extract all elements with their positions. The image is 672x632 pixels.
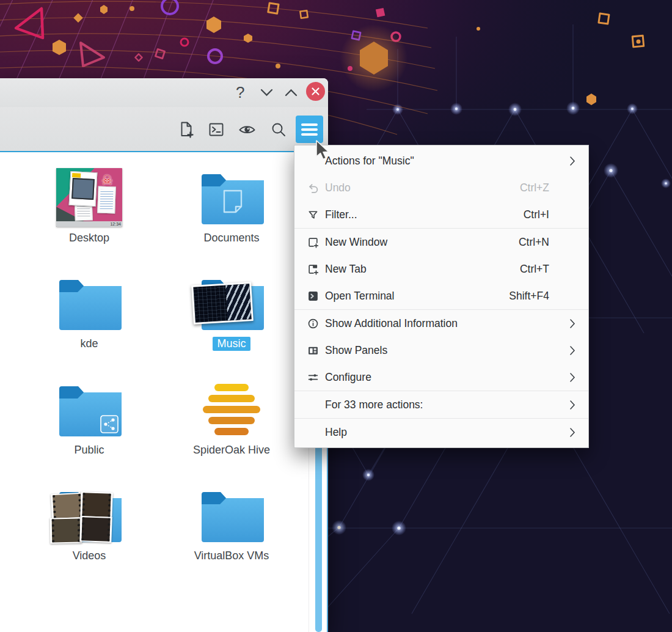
menu-item-show-additional-information[interactable]: Show Additional Information xyxy=(294,310,588,337)
new-window-icon xyxy=(306,235,320,249)
open-terminal-button[interactable] xyxy=(207,120,225,139)
menu-item-label: New Window xyxy=(325,236,519,249)
menu-item-show-panels[interactable]: Show Panels xyxy=(294,337,588,364)
create-new-button[interactable] xyxy=(177,120,195,139)
menu-item-label: Actions for "Music" xyxy=(325,155,567,167)
submenu-chevron-icon xyxy=(567,427,575,438)
panels-icon xyxy=(306,344,320,357)
menu-item-label: Undo xyxy=(325,182,520,194)
menu-item-label: Filter... xyxy=(325,208,524,221)
menu-item-shortcut: Ctrl+N xyxy=(519,236,549,249)
new-tab-icon xyxy=(306,262,320,276)
menu-item-filter[interactable]: Filter... Ctrl+I xyxy=(294,201,588,228)
menu-item-label: Show Additional Information xyxy=(325,317,567,330)
close-button[interactable] xyxy=(306,82,325,101)
menu-item-actions-for-music[interactable]: Actions for "Music" xyxy=(294,147,588,174)
open-terminal-icon xyxy=(207,120,225,139)
note-paper xyxy=(97,186,116,214)
submenu-chevron-icon xyxy=(567,318,575,329)
skull-sticker: ☠ xyxy=(101,173,113,188)
menu-item-undo[interactable]: Undo Ctrl+Z xyxy=(294,174,588,201)
menu-item-shortcut: Ctrl+Z xyxy=(520,182,549,194)
info-icon xyxy=(306,317,320,330)
file-name: kde xyxy=(76,337,102,351)
menu-item-shortcut: Ctrl+T xyxy=(520,263,549,276)
folder-icon xyxy=(197,486,266,545)
filter-icon xyxy=(306,208,320,221)
preview-eye-icon xyxy=(238,120,257,139)
folder-share-icon xyxy=(54,380,124,439)
spideroak-hive-icon xyxy=(198,380,265,439)
file-tile-kde[interactable]: kde xyxy=(34,268,144,351)
search-button[interactable] xyxy=(269,120,288,139)
filmstrip-photo xyxy=(69,171,98,207)
folder-documents-icon xyxy=(197,168,266,227)
toolbar xyxy=(0,107,328,151)
submenu-chevron-icon xyxy=(567,372,575,383)
menu-item-label: Show Panels xyxy=(325,344,567,357)
mouse-cursor xyxy=(315,140,332,163)
preview-button[interactable] xyxy=(238,120,257,139)
menu-item-label: New Tab xyxy=(325,263,520,276)
close-icon xyxy=(311,87,320,96)
help-button[interactable]: ? xyxy=(236,83,244,101)
share-emblem xyxy=(101,416,118,433)
menu-item-shortcut: Shift+F4 xyxy=(509,290,549,303)
file-tile-public[interactable]: Public xyxy=(34,374,144,457)
file-tile-music[interactable]: Music xyxy=(177,268,287,351)
file-name: Videos xyxy=(68,549,111,563)
hamburger-dropdown-menu: Actions for "Music" Undo Ctrl+Z Filter..… xyxy=(294,145,589,448)
file-tile-spideroak-hive[interactable]: SpiderOak Hive xyxy=(177,374,287,457)
file-name: Desktop xyxy=(65,231,114,245)
file-tile-virtualbox-vms[interactable]: VirtualBox VMs xyxy=(177,480,287,563)
hamburger-menu-icon xyxy=(301,123,318,126)
search-icon xyxy=(269,120,288,139)
video-clip-thumbnail xyxy=(79,516,112,543)
configure-icon xyxy=(306,370,320,384)
folder-icon xyxy=(54,274,124,333)
menu-item-label: Configure xyxy=(325,371,567,384)
file-tile-documents[interactable]: Documents xyxy=(177,162,287,245)
video-clip-thumbnail xyxy=(50,518,82,544)
hamburger-menu-button[interactable] xyxy=(296,116,323,143)
file-tile-videos[interactable]: Videos xyxy=(34,480,144,563)
minimize-button[interactable] xyxy=(260,89,273,97)
file-name: Documents xyxy=(199,231,263,245)
menu-item-label: Open Terminal xyxy=(325,290,509,303)
folder-view[interactable]: ☠ 12:34 Desktop Documents xyxy=(0,152,328,632)
video-clip-thumbnail xyxy=(51,493,84,520)
file-name: VirtualBox VMs xyxy=(190,549,274,563)
submenu-chevron-icon xyxy=(567,156,575,166)
music-preview-photo xyxy=(191,282,254,325)
undo-icon xyxy=(306,181,320,194)
maximize-button[interactable] xyxy=(285,89,298,97)
menu-item-label: For 33 more actions: xyxy=(325,399,567,411)
menu-item-more-actions[interactable]: For 33 more actions: xyxy=(294,391,588,418)
menu-item-help[interactable]: Help xyxy=(294,419,588,446)
menu-item-new-tab[interactable]: New Tab Ctrl+T xyxy=(294,255,588,282)
file-name: Public xyxy=(70,443,108,457)
menu-item-shortcut: Ctrl+I xyxy=(524,208,549,221)
file-manager-window: ? xyxy=(0,78,328,632)
desktop-preview-thumbnail: ☠ 12:34 xyxy=(56,168,122,227)
titlebar[interactable]: ? xyxy=(0,78,328,107)
menu-item-open-terminal[interactable]: Open Terminal Shift+F4 xyxy=(294,282,588,309)
submenu-chevron-icon xyxy=(567,400,575,410)
video-clip-thumbnail xyxy=(80,491,112,518)
create-new-icon xyxy=(177,120,195,139)
menu-item-label: Help xyxy=(325,426,567,439)
file-name-selected: Music xyxy=(213,337,250,351)
submenu-chevron-icon xyxy=(567,345,575,356)
menu-item-new-window[interactable]: New Window Ctrl+N xyxy=(294,229,588,255)
file-tile-desktop[interactable]: ☠ 12:34 Desktop xyxy=(34,162,144,245)
menu-item-configure[interactable]: Configure xyxy=(294,364,588,391)
file-name: SpiderOak Hive xyxy=(189,443,274,457)
terminal-icon xyxy=(306,289,320,303)
preview-clock: 12:34 xyxy=(110,221,121,227)
